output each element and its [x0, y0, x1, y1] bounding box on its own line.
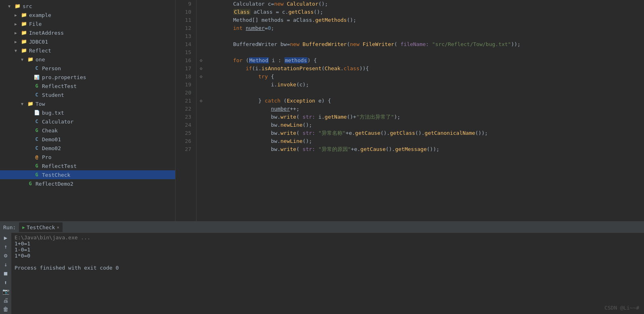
console-output: E:\Java\bin\java.exe ... 1+0=1 1-0=1 1*0… [11, 233, 644, 314]
tree-item-calculator[interactable]: ▶ C Calculator [0, 117, 175, 126]
arrow-inetaddress: ▶ [15, 31, 20, 35]
code-line-22: number++; [200, 105, 641, 113]
java-icon-pro: @ [33, 154, 40, 160]
tree-item-proproperties[interactable]: ▶ 📊 pro.properties [0, 73, 175, 82]
tree-label-reflecttest1: ReflectTest [42, 83, 77, 89]
code-text-11: Method[] methods = aClass.getMethods(); [208, 16, 356, 24]
tree-item-reflect[interactable]: ▼ 📁 Reflect [0, 46, 175, 55]
code-line-11: Method[] methods = aClass.getMethods(); [200, 16, 641, 24]
upload-button[interactable]: ⬆ [1, 279, 10, 286]
console-cmd-line: E:\Java\bin\java.exe ... [15, 234, 641, 241]
folder-icon-example: 📁 [20, 12, 27, 18]
java-icon-cheak: G [33, 128, 40, 133]
tree-label-pro: Pro [42, 154, 51, 160]
tree-label-bugtxt: bug.txt [42, 110, 64, 116]
code-content[interactable]: Calculator c=new Calculator(); Class aCl… [197, 0, 644, 221]
tree-item-one[interactable]: ▼ 📁 one [0, 55, 175, 64]
tree-label-testcheck: TestCheck [42, 172, 70, 178]
camera-button[interactable]: 📷 [1, 288, 10, 295]
play-button[interactable]: ▶ [1, 234, 10, 241]
tree-item-reflecttest1[interactable]: ▶ G ReflectTest [0, 82, 175, 90]
tree-item-bugtxt[interactable]: ▶ 📄 bug.txt [0, 108, 175, 117]
tree-item-file[interactable]: ▶ 📁 File [0, 19, 175, 28]
tree-item-cheak[interactable]: ▶ G Cheak [0, 126, 175, 135]
arrow-file: ▶ [15, 22, 20, 26]
arrow-jdbc01: ▶ [15, 40, 20, 44]
code-text-17: if(i.isAnnotationPresent(Cheak.class)){ [208, 65, 369, 73]
tree-label-jdbc01: JDBC01 [29, 39, 48, 45]
code-text-18: try { [208, 73, 274, 81]
console-toolbar: ▶ ↑ ⚙ ↓ ■ ⬆ 📷 🖨 🗑 [0, 233, 11, 314]
tree-item-person[interactable]: ▶ C Person [0, 64, 175, 73]
tree-label-inetaddress: InetAddress [29, 30, 64, 36]
code-line-12: int number=0; [200, 24, 641, 32]
console-area: ▶ ↑ ⚙ ↓ ■ ⬆ 📷 🖨 🗑 E:\Java\bin\java.exe .… [0, 233, 644, 314]
folder-icon-src: 📁 [14, 3, 21, 9]
code-line-27: bw.write( str: "异常的原因"+e.getCause().getM… [200, 145, 641, 153]
code-text-21: } catch (Exception e) { [208, 97, 331, 105]
java-icon-reflectdemo2: G [27, 181, 34, 186]
tree-item-tow[interactable]: ▼ 📁 Tow [0, 99, 175, 108]
wrench-button[interactable]: ⚙ [1, 252, 10, 259]
folder-icon-one: 📁 [27, 57, 34, 62]
run-tab-label: TestCheck [27, 224, 55, 230]
bottom-panel: Run: ▶ TestCheck × ▶ ↑ ⚙ ↓ ■ ⬆ 📷 🖨 🗑 E:\… [0, 221, 644, 314]
tree-item-src[interactable]: ▼ 📁 src [0, 2, 175, 10]
arrow-reflect: ▼ [15, 48, 20, 53]
code-text-22: number++; [208, 105, 299, 113]
code-line-19: i.invoke(c); [200, 81, 641, 89]
tree-label-demo02: Demo02 [42, 145, 61, 151]
arrow-tow: ▼ [21, 102, 27, 106]
code-text-10: Class aClass = c.getClass(); [208, 8, 323, 16]
java-icon-reflecttest2: G [33, 163, 40, 169]
java-icon-person: C [33, 65, 40, 71]
code-line-17: ◇ if(i.isAnnotationPresent(Cheak.class))… [200, 65, 641, 73]
trash-button[interactable]: 🗑 [1, 306, 10, 312]
tree-item-student[interactable]: ▶ C Student [0, 90, 175, 99]
tree-item-demo02[interactable]: ▶ C Demo02 [0, 144, 175, 153]
code-text-12: int number=0; [208, 24, 274, 32]
tree-item-reflecttest2[interactable]: ▶ G ReflectTest [0, 161, 175, 170]
code-line-9: Calculator c=new Calculator(); [200, 0, 641, 8]
code-line-23: bw.write( str: i.getName()+"方法出异常了"); [200, 113, 641, 121]
java-icon-demo02: C [33, 145, 40, 151]
java-icon-reflecttest1: G [33, 83, 40, 89]
java-icon-testcheck: G [33, 172, 40, 178]
props-icon-proproperties: 📊 [33, 75, 40, 80]
up-button[interactable]: ↑ [1, 243, 10, 250]
tree-label-calculator: Calculator [42, 119, 73, 125]
code-container: 9 10 11 12 13 14 15 16 17 18 19 20 21 22… [176, 0, 644, 221]
console-output-3: 1*0=0 [15, 253, 641, 259]
tree-label-example: example [29, 12, 51, 18]
stop-button[interactable]: ■ [1, 270, 10, 276]
run-tab-testcheck[interactable]: ▶ TestCheck × [19, 222, 63, 232]
tree-item-example[interactable]: ▶ 📁 example [0, 10, 175, 19]
code-text-16: for (Method i : methods) { [208, 57, 317, 65]
editor-area: 9 10 11 12 13 14 15 16 17 18 19 20 21 22… [176, 0, 644, 221]
tree-item-reflectdemo2[interactable]: ▶ G ReflectDemo2 [0, 179, 175, 188]
down-button[interactable]: ↓ [1, 261, 10, 268]
print-button[interactable]: 🖨 [1, 297, 10, 304]
console-finish-line: Process finished with exit code 0 [15, 265, 641, 271]
folder-icon-file: 📁 [20, 21, 27, 27]
tree-item-inetaddress[interactable]: ▶ 📁 InetAddress [0, 28, 175, 37]
code-text-14: BufferedWriter bw=new BufferedWriter(new… [208, 40, 521, 48]
tree-label-cheak: Cheak [42, 128, 58, 134]
code-line-10: Class aClass = c.getClass(); [200, 8, 641, 16]
run-tab-close[interactable]: × [56, 225, 59, 230]
code-text-23: bw.write( str: i.getName()+"方法出异常了"); [208, 113, 400, 121]
code-line-14: BufferedWriter bw=new BufferedWriter(new… [200, 40, 641, 48]
tree-item-jdbc01[interactable]: ▶ 📁 JDBC01 [0, 37, 175, 46]
run-tab-icon: ▶ [22, 225, 25, 230]
tree-label-student: Student [42, 92, 64, 98]
tree-item-demo01[interactable]: ▶ C Demo01 [0, 135, 175, 144]
tree-item-testcheck[interactable]: ▶ G TestCheck [0, 170, 175, 179]
tree-label-demo01: Demo01 [42, 136, 61, 142]
tree-label-tow: Tow [36, 101, 45, 107]
tree-label-person: Person [42, 65, 61, 71]
code-text-24: bw.newLine(); [208, 121, 312, 129]
csdn-watermark: CSDN @Li~~# [604, 305, 639, 311]
run-tab-bar: Run: ▶ TestCheck × [0, 222, 644, 233]
tree-item-pro[interactable]: ▶ @ Pro [0, 153, 175, 161]
code-line-15 [200, 48, 641, 57]
